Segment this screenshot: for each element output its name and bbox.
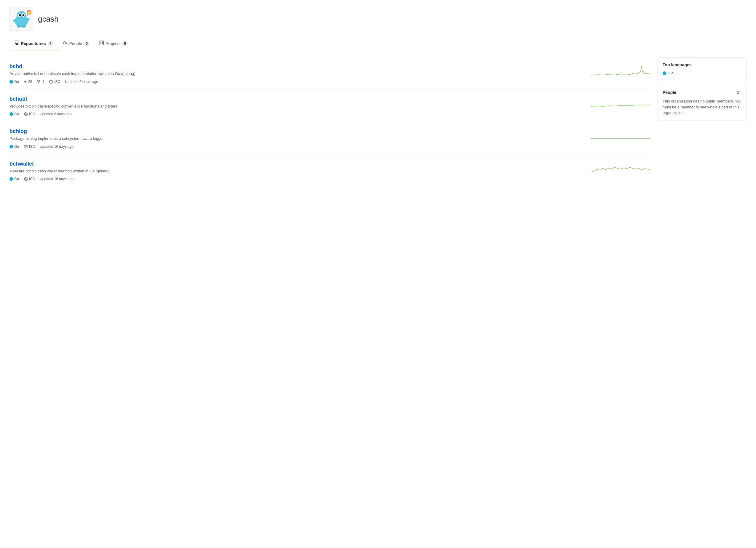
repo-language-bchutil: Go [9,112,19,116]
sidebar: Top languages Go People 0 › This organiz… [658,58,747,187]
star-count-bchd: 28 [28,80,32,84]
repo-desc-bchutil: Provides bitcoin cash-specific convenien… [9,103,164,109]
people-card-title: People [663,90,676,95]
license-text-bchd: ISC [54,80,60,84]
tab-projects[interactable]: Projects 0 [94,37,133,50]
repo-meta-bchd: Go ★ 28 4 ISC Updated 2 hours ago [9,80,585,84]
svg-point-9 [20,17,21,17]
svg-point-6 [20,15,20,15]
tab-people-label: People [69,41,82,46]
svg-point-16 [17,25,21,28]
sparkline-bchlog [591,128,650,146]
projects-count-badge: 0 [122,41,128,46]
svg-point-5 [23,14,25,16]
lang-dot-bchutil [9,112,13,116]
table-row: bchd An alternative full node bitcoin ca… [9,58,650,90]
main-content: bchd An alternative full node bitcoin ca… [0,50,756,194]
sparkline-bchutil [591,96,650,114]
repos-list: bchd An alternative full node bitcoin ca… [9,58,650,187]
chevron-right-icon: › [740,90,741,95]
repo-meta-bchwallet: Go ISC Updated 16 days ago [9,177,585,181]
repo-license-bchd: ISC [49,80,60,84]
lang-text-bchd: Go [14,80,19,84]
lang-color-go [663,71,666,75]
license-text-bchlog: ISC [29,145,35,149]
repo-info-bchd: bchd An alternative full node bitcoin ca… [9,63,585,84]
svg-point-4 [19,14,21,16]
tabs-bar: Repositories 4 People 0 Projects 0 [0,37,756,50]
star-icon: ★ [24,80,27,84]
repo-forks-bchd[interactable]: 4 [37,80,44,84]
sparkline-bchwallet [591,161,650,179]
repo-icon [14,41,19,46]
org-avatar: ₿ [9,7,33,31]
lang-text-bchlog: Go [14,145,19,149]
scale-icon [24,177,28,181]
tab-projects-label: Projects [106,41,121,46]
fork-icon [37,80,41,84]
lang-text-bchutil: Go [14,112,19,116]
repo-license-bchwallet: ISC [24,177,35,181]
repo-info-bchlog: bchlog Package bchlog implements a subsy… [9,128,585,149]
lang-dot-bchd [9,80,13,84]
people-card-header: People 0 › [663,90,741,95]
table-row: bchwallet A secure bitcoin cash wallet d… [9,155,650,187]
tab-people[interactable]: People 0 [58,37,94,50]
repo-name-bchd[interactable]: bchd [9,63,22,69]
people-desc: This organization has no public members.… [663,98,741,116]
lang-name-go: Go [669,71,674,75]
people-icon [63,41,68,46]
top-languages-card: Top languages Go [658,58,747,80]
people-count-label: 0 [737,90,739,95]
people-card: People 0 › This organization has no publ… [658,85,747,121]
repo-language-bchlog: Go [9,145,19,149]
lang-dot-bchlog [9,145,13,148]
updated-text-bchwallet: Updated 16 days ago [40,177,74,181]
updated-text-bchutil: Updated 6 days ago [40,112,71,116]
license-text-bchutil: ISC [29,112,35,116]
projects-icon [99,41,104,46]
repo-language-bchd: Go [9,80,19,84]
svg-point-10 [22,17,22,17]
repo-license-bchlog: ISC [24,145,35,149]
scale-icon [24,145,28,149]
lang-dot-bchwallet [9,177,13,181]
repo-info-bchutil: bchutil Provides bitcoin cash-specific c… [9,96,585,116]
tab-repositories[interactable]: Repositories 4 [9,37,58,50]
people-card-count-area[interactable]: 0 › [737,90,741,95]
org-name: gcash [38,15,58,24]
repo-license-bchutil: ISC [24,112,35,116]
tab-repositories-label: Repositories [21,41,46,46]
lang-text-bchwallet: Go [14,177,19,181]
repo-language-bchwallet: Go [9,177,19,181]
updated-text-bchlog: Updated 16 days ago [40,145,74,149]
language-item-go: Go [663,71,741,75]
org-header: ₿ gcash [0,0,756,37]
repo-meta-bchutil: Go ISC Updated 6 days ago [9,112,585,116]
repo-meta-bchlog: Go ISC Updated 16 days ago [9,145,585,149]
scale-icon [49,80,53,84]
repo-name-bchlog[interactable]: bchlog [9,128,27,134]
people-count-badge: 0 [84,41,90,46]
table-row: bchutil Provides bitcoin cash-specific c… [9,90,650,123]
updated-text-bchd: Updated 2 hours ago [65,80,98,84]
fork-count-bchd: 4 [42,80,44,84]
top-languages-title: Top languages [663,63,741,67]
repo-stars-bchd[interactable]: ★ 28 [24,80,32,84]
table-row: bchlog Package bchlog implements a subsy… [9,122,650,155]
repo-desc-bchd: An alternative full node bitcoin cash im… [9,71,164,77]
repo-name-bchwallet[interactable]: bchwallet [9,161,34,167]
license-text-bchwallet: ISC [29,177,35,181]
sparkline-bchd [591,63,650,81]
repo-desc-bchwallet: A secure bitcoin cash wallet daemon writ… [9,168,164,174]
svg-point-7 [23,15,24,15]
repo-info-bchwallet: bchwallet A secure bitcoin cash wallet d… [9,161,585,181]
scale-icon [24,112,28,116]
repo-desc-bchlog: Package bchlog implements a subsystem aw… [9,136,164,142]
svg-point-17 [22,25,26,28]
repositories-count-badge: 4 [48,41,53,46]
repo-name-bchutil[interactable]: bchutil [9,96,27,102]
svg-text:₿: ₿ [28,11,30,14]
